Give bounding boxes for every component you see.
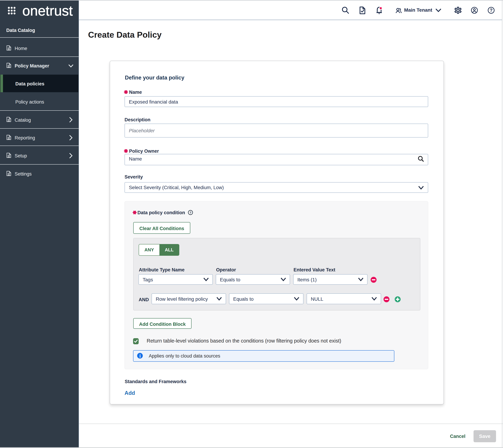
svg-text:?: ? — [490, 8, 493, 13]
svg-text:?: ? — [190, 211, 191, 214]
svg-text:i: i — [139, 353, 141, 359]
